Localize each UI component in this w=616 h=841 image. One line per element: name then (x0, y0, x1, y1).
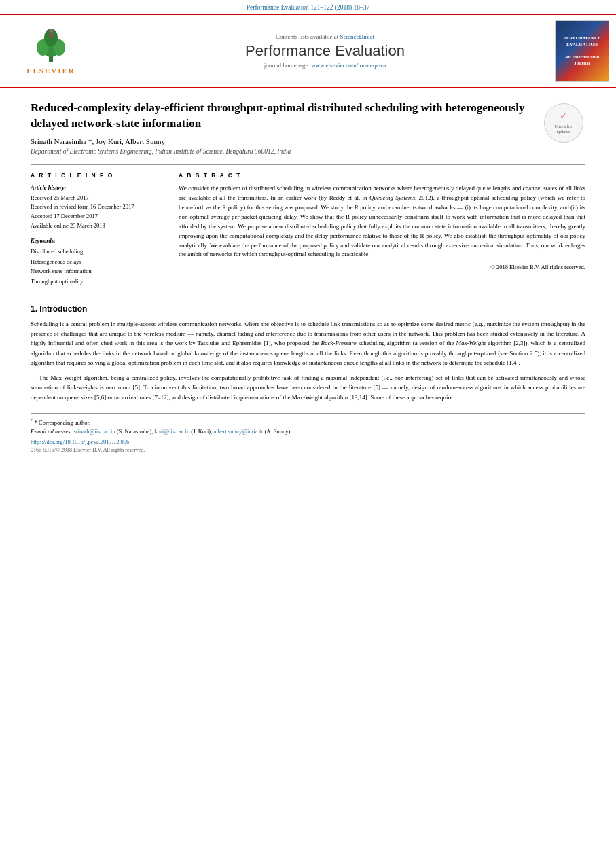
history-online: Available online 23 March 2018 (31, 221, 166, 231)
citation-text: Performance Evaluation 121–122 (2018) 18… (247, 4, 370, 11)
article-info-column: A R T I C L E I N F O Article history: R… (31, 172, 166, 286)
email-sunny[interactable]: albert.sunny@inria.fr (213, 428, 263, 435)
history-label: Article history: (31, 184, 166, 191)
journal-header: ELSEVIER Contents lists available at Sci… (0, 14, 616, 88)
page: Performance Evaluation 121–122 (2018) 18… (0, 0, 616, 841)
journal-citation: Performance Evaluation 121–122 (2018) 18… (0, 0, 616, 14)
issn-line: 0166-5316/© 2018 Elsevier B.V. All right… (31, 447, 585, 453)
check-badge-text: ✓ Check for updates (555, 110, 573, 135)
intro-paragraph-2: The Max-Weight algorithm, being a centra… (31, 373, 585, 402)
sciencedirect-text: Contents lists available at (276, 33, 338, 40)
keywords-section: Keywords: Distributed scheduling Heterog… (31, 237, 166, 286)
check-updates-badge: ✓ Check for updates (541, 101, 585, 145)
journal-title-area: Contents lists available at ScienceDirec… (95, 33, 555, 69)
title-area: Reduced-complexity delay-efficient throu… (31, 101, 585, 132)
keywords-label: Keywords: (31, 237, 166, 244)
history-accepted: Accepted 17 December 2017 (31, 212, 166, 221)
svg-rect-6 (49, 33, 53, 38)
history-received: Received 25 March 2017 (31, 194, 166, 203)
abstract-text: We consider the problem of distributed s… (179, 184, 585, 260)
journal-homepage: journal homepage: www.elsevier.com/locat… (95, 62, 555, 69)
homepage-url[interactable]: www.elsevier.com/locate/peva (311, 62, 386, 69)
keyword-4: Throughput optimality (31, 276, 166, 286)
main-content: Reduced-complexity delay-efficient throu… (0, 88, 616, 463)
elsevier-logo: ELSEVIER (7, 27, 95, 75)
journal-name: Performance Evaluation (95, 42, 555, 60)
footnote-text: * Corresponding author. (35, 419, 90, 426)
doi-link[interactable]: https://doi.org/10.1016/j.peva.2017.12.0… (31, 438, 585, 445)
homepage-text: journal homepage: (264, 62, 310, 69)
elsevier-label: ELSEVIER (26, 67, 75, 75)
keyword-1: Distributed scheduling (31, 247, 166, 256)
email-addresses[interactable]: srinath@iisc.ac.in (73, 428, 115, 435)
footnote-email: E-mail addresses: srinath@iisc.ac.in (S.… (31, 428, 585, 435)
introduction-section: 1. Introduction Scheduling is a central … (31, 304, 585, 402)
abstract-column: A B S T R A C T We consider the problem … (179, 172, 585, 286)
sciencedirect-line: Contents lists available at ScienceDirec… (95, 33, 555, 40)
section-divider (31, 296, 585, 296)
history-revised: Received in revised form 16 December 201… (31, 202, 166, 212)
article-title: Reduced-complexity delay-efficient throu… (31, 101, 585, 132)
article-info-heading: A R T I C L E I N F O (31, 172, 166, 179)
abstract-heading: A B S T R A C T (179, 172, 585, 179)
copyright: © 2018 Elsevier B.V. All rights reserved… (179, 264, 585, 270)
keyword-2: Heterogeneous delays (31, 257, 166, 266)
intro-paragraph-1: Scheduling is a central problem in multi… (31, 319, 585, 368)
authors: Srinath Narasimha *, Joy Kuri, Albert Su… (31, 137, 585, 145)
footnote-star: * * Corresponding author. (31, 418, 585, 426)
article-history: Article history: Received 25 March 2017 … (31, 184, 166, 230)
intro-title: 1. Introduction (31, 304, 585, 314)
sciencedirect-link[interactable]: ScienceDirect (340, 33, 374, 40)
journal-cover: PERFORMANCEEVALUATIONAn InternationalJou… (555, 20, 609, 82)
affiliation: Department of Electronic Systems Enginee… (31, 148, 585, 155)
cover-text: PERFORMANCEEVALUATIONAn InternationalJou… (563, 35, 600, 66)
article-meta-section: A R T I C L E I N F O Article history: R… (31, 164, 585, 286)
authors-text: Srinath Narasimha *, Joy Kuri, Albert Su… (31, 137, 165, 145)
email-kuri[interactable]: kuri@iisc.ac.in (154, 428, 189, 435)
keyword-3: Network state information (31, 266, 166, 276)
footer: * * Corresponding author. E-mail address… (31, 413, 585, 453)
svg-point-5 (49, 29, 53, 33)
elsevier-tree-icon (31, 27, 71, 65)
email-label: E-mail addresses: (31, 428, 72, 435)
